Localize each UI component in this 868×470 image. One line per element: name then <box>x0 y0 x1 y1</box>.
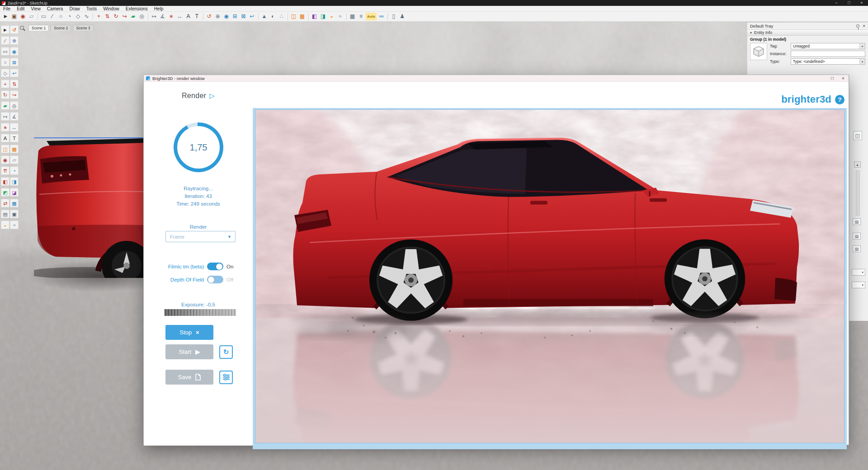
toolbar-tape-measure-icon[interactable]: ↦ <box>1 112 9 121</box>
toolbar-pan-icon[interactable]: ⊕ <box>214 13 222 20</box>
chevron-down-icon[interactable]: ▾ <box>859 59 865 64</box>
toolbar-separator-icon[interactable] <box>36 13 38 20</box>
close-button[interactable]: × <box>855 0 868 6</box>
toolbar-previous-view-icon[interactable]: ↩ <box>10 69 19 77</box>
instance-input[interactable] <box>791 51 865 57</box>
toolbar-protractor-icon[interactable]: ∡ <box>10 112 19 121</box>
toolbar-offset-icon[interactable]: ◎ <box>10 101 19 110</box>
toolbar-follow-me-icon[interactable]: ↪ <box>121 13 128 20</box>
menu-item[interactable]: Draw <box>66 6 83 12</box>
toolbar-solid-union-icon[interactable]: ◧ <box>1 177 9 186</box>
toolbar-separator-icon[interactable] <box>286 13 288 20</box>
toolbar-polygon-icon[interactable]: ◇ <box>1 69 9 77</box>
minimize-button[interactable]: – <box>830 0 843 6</box>
toolbar-arc-icon[interactable]: ◔ <box>66 13 73 20</box>
menu-item[interactable]: View <box>28 6 44 12</box>
toolbar-push-pull-icon[interactable]: ⇅ <box>104 13 111 20</box>
tray-dropdown[interactable]: ▾ <box>852 269 865 276</box>
maximize-button[interactable]: □ <box>843 0 855 6</box>
help-button[interactable]: ? <box>835 95 844 104</box>
tray-dropdown[interactable]: ▾ <box>852 282 865 288</box>
tray-list-icon[interactable]: ▤ <box>853 233 861 240</box>
toolbar-rectangle-icon[interactable]: ▭ <box>1 47 9 56</box>
toolbar-new-page-icon[interactable]: ▯ <box>390 13 397 20</box>
toolbar-dimensions-icon[interactable]: ↔ <box>176 13 184 20</box>
toolbar-circle-icon[interactable]: ○ <box>57 13 65 20</box>
toolbar-polygon-icon[interactable]: ◇ <box>74 13 82 20</box>
toolbar-push-pull-icon[interactable]: ⇅ <box>10 80 19 88</box>
toolbar-solid-subtract-icon[interactable]: ◨ <box>319 13 327 20</box>
menu-item[interactable]: Help <box>151 6 167 12</box>
toolbar-rotate-icon[interactable]: ↻ <box>112 13 120 20</box>
toolbar-intersect-icon[interactable]: ◪ <box>10 188 19 197</box>
tab-scene-3[interactable]: Scene 3 <box>73 25 93 31</box>
toolbar-circle-icon[interactable]: ○ <box>1 58 9 66</box>
toolbar-zoom-icon[interactable]: ◉ <box>10 47 19 56</box>
toolbar-solid-union-icon[interactable]: ◧ <box>311 13 318 20</box>
menu-item[interactable]: Window <box>100 6 123 12</box>
toolbar-text-icon[interactable]: A <box>1 134 9 142</box>
tray-material-thumb-icon[interactable]: ◫ <box>853 131 862 140</box>
tray-scrollbar[interactable] <box>856 170 860 216</box>
toolbar-render-settings-icon[interactable]: ≔ <box>377 13 385 20</box>
toolbar-look-around-icon[interactable]: ◐ <box>269 13 277 20</box>
toolbar-position-camera-icon[interactable]: ▲ <box>260 13 268 20</box>
toolbar-eraser-icon[interactable]: ▱ <box>28 13 35 20</box>
toolbar-make-component-icon[interactable]: ▣ <box>10 13 18 20</box>
toolbar-orbit-icon[interactable]: ↺ <box>10 25 19 34</box>
toolbar-axes-icon[interactable]: ∗ <box>167 13 175 20</box>
dialog-titlebar[interactable]: Brighter3D - render window □ × <box>144 75 849 82</box>
depth-of-field-toggle[interactable] <box>207 276 223 283</box>
toolbar-orbit-icon[interactable]: ↺ <box>205 13 213 20</box>
render-mode-select[interactable]: Frame ▼ <box>165 231 236 242</box>
toolbar-previous-view-icon[interactable]: ↩ <box>248 13 256 20</box>
toolbar-zoom-icon[interactable]: ◉ <box>222 13 230 20</box>
toolbar-fog-icon[interactable]: ≈ <box>336 13 344 20</box>
toolbar-cleanup-icon[interactable]: ▤ <box>1 210 9 218</box>
entity-info-section-header[interactable]: ▾ Entity Info <box>747 29 868 36</box>
tray-close-icon[interactable]: × <box>863 24 865 28</box>
toolbar-auto-render-icon[interactable]: Auto <box>366 13 377 20</box>
menu-item[interactable]: File <box>0 6 14 12</box>
toolbar-offset-icon[interactable]: ◎ <box>138 13 146 20</box>
toolbar-zoom-extents-icon[interactable]: ⊠ <box>240 13 247 20</box>
toolbar-follow-me-icon[interactable]: ↪ <box>10 90 19 99</box>
toolbar-solid-subtract-icon[interactable]: ◨ <box>10 177 19 186</box>
toolbar-separator-icon[interactable] <box>257 13 259 20</box>
toolbar-array-icon[interactable]: ▦ <box>10 199 19 207</box>
toolbar-line-icon[interactable]: ∕ <box>1 36 9 45</box>
tag-select[interactable]: Untagged ▾ <box>791 43 865 49</box>
toolbar-separator-icon[interactable] <box>146 13 148 20</box>
toolbar-rectangle-icon[interactable]: ▭ <box>40 13 47 20</box>
toolbar-section-plane-icon[interactable]: ◫ <box>290 13 297 20</box>
toolbar-freehand-icon[interactable]: ∿ <box>83 13 90 20</box>
scroll-up-icon[interactable]: ▴ <box>854 161 861 168</box>
toolbar-protractor-icon[interactable]: ∡ <box>159 13 166 20</box>
toolbar-section-fill-icon[interactable]: ▩ <box>10 145 19 153</box>
toolbar-walk-icon[interactable]: ∴ <box>278 13 285 20</box>
toolbar-zoom-extents-icon[interactable]: ⊠ <box>10 58 19 66</box>
tray-list-icon[interactable]: ▤ <box>853 245 861 252</box>
toolbar-shadows-icon[interactable]: ◒ <box>328 13 335 20</box>
toolbar-dimensions-icon[interactable]: ↔ <box>10 123 19 132</box>
dialog-close-button[interactable]: × <box>838 75 849 82</box>
zoom-icon[interactable] <box>20 26 24 30</box>
menu-item[interactable]: Tools <box>83 6 100 12</box>
toolbar-outer-shell-icon[interactable]: ◩ <box>1 188 9 197</box>
toolbar-axes-icon[interactable]: ∗ <box>1 123 9 132</box>
toolbar-separator-icon[interactable] <box>307 13 309 20</box>
tab-scene-2[interactable]: Scene 2 <box>51 25 71 31</box>
tab-scene-1[interactable]: Scene 1 <box>28 25 49 31</box>
tray-pin-icon[interactable] <box>856 24 859 28</box>
toolbar-move-icon[interactable]: + <box>95 13 103 20</box>
toolbar-separator-icon[interactable] <box>91 13 93 20</box>
dialog-maximize-button[interactable]: □ <box>827 75 838 82</box>
stop-button[interactable]: Stop× <box>165 325 213 340</box>
toolbar-zoom-window-icon[interactable]: ⊞ <box>231 13 239 20</box>
toolbar-pan-icon[interactable]: ⊕ <box>10 36 19 45</box>
toolbar-shadows-icon[interactable]: ◒ <box>1 221 9 229</box>
toolbar-fog-icon[interactable]: ≈ <box>10 221 19 229</box>
toolbar-section-plane-icon[interactable]: ◫ <box>1 145 9 153</box>
tray-list-icon[interactable]: ▤ <box>853 218 861 225</box>
toolbar-select-icon[interactable]: ► <box>2 13 9 20</box>
